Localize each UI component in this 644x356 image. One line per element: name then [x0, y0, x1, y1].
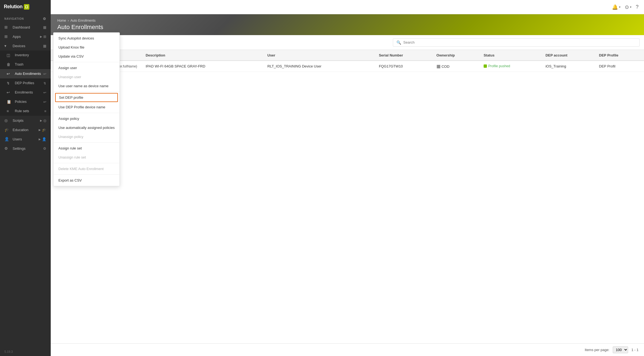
user-circle-icon: ⊙: [625, 4, 629, 10]
sidebar-item-policies[interactable]: 📋 Policies ↩: [0, 97, 51, 106]
search-input[interactable]: [403, 40, 636, 44]
logo-text: Relution: [4, 4, 22, 10]
menu-item-unassign-user: Unassign user: [53, 72, 120, 81]
table-footer: Items per page: 100 50 25 1 - 1: [51, 343, 644, 356]
menu-item-sync-autopilot[interactable]: Sync Autopilot devices: [53, 34, 120, 43]
users-icon: 👤: [4, 137, 10, 141]
bell-icon: 🔔: [612, 4, 618, 10]
breadcrumb: Home › Auto Enrollments: [57, 19, 637, 22]
menu-item-assign-policy[interactable]: Assign policy: [53, 114, 120, 123]
inventory-icon: ◫: [7, 53, 13, 57]
menu-item-upload-knox[interactable]: Upload Knox file: [53, 43, 120, 52]
sidebar-item-rule-sets[interactable]: ≡ Rule sets ≡: [0, 106, 51, 116]
apps-icon: ⊞: [4, 34, 10, 39]
status-text: Profile pushed: [488, 64, 510, 68]
users-right-icon: 👤: [42, 137, 46, 141]
rule-sets-right-icon: ≡: [44, 109, 46, 113]
logo-icon: [24, 4, 29, 10]
divider-5: [53, 163, 120, 163]
sidebar-item-label: Auto Enrollments: [15, 72, 43, 76]
education-arrow-icon: ▶: [39, 128, 41, 131]
sidebar-item-trash[interactable]: 🗑 Trash: [0, 60, 51, 69]
enrollments-table: Name Description User Serial Number Owne…: [51, 50, 644, 72]
menu-item-assign-rule-set[interactable]: Assign rule set: [53, 144, 120, 153]
sidebar-item-label: Inventory: [15, 53, 46, 57]
breadcrumb-home[interactable]: Home: [57, 19, 66, 22]
menu-item-assign-user[interactable]: Assign user: [53, 63, 120, 72]
sidebar: Relution NAVIGATION ⚙ ⊞ Dashboard ▦ ⊞ Ap…: [0, 0, 51, 356]
menu-item-use-dep-profile-name[interactable]: Use DEP Profile device name: [53, 103, 120, 112]
scripts-arrow-icon: ▶: [40, 119, 42, 122]
content-area: ↺ Sync DEP devices ⋮ 🔍 Name Description: [51, 35, 644, 356]
main-content: 🔔 ▾ ⊙ ▾ ? Home › Auto Enrollments Auto E…: [51, 0, 644, 356]
enrollments-icon: ↩: [7, 90, 13, 95]
sidebar-item-dashboard[interactable]: ⊞ Dashboard ▦: [0, 22, 51, 32]
sidebar-item-users[interactable]: 👤 Users ▶ 👤: [0, 134, 51, 144]
bell-chevron: ▾: [619, 5, 620, 9]
dep-profiles-icon: ↯: [7, 81, 13, 85]
help-button[interactable]: ?: [636, 4, 639, 10]
context-dropdown-menu: Sync Autopilot devices Upload Knox file …: [53, 32, 120, 186]
sidebar-item-devices[interactable]: ▾ Devices ▦: [0, 41, 51, 50]
page-title: Auto Enrollments: [57, 24, 637, 31]
sidebar-item-label: Education: [13, 128, 39, 132]
col-status: Status: [480, 50, 542, 61]
cell-ownership: ▦ COD: [433, 61, 480, 72]
dashboard-icon: ⊞: [4, 25, 10, 29]
sidebar-item-label: Dashboard: [13, 25, 43, 29]
devices-sub-menu: ◫ Inventory 🗑 Trash ↩ Auto Enrollments ↩…: [0, 50, 51, 116]
ownership-icon: ▦: [436, 64, 441, 69]
menu-item-unassign-rule-set: Unassign rule set: [53, 153, 120, 162]
pagination-info: 1 - 1: [631, 348, 639, 352]
users-arrow-icon: ▶: [39, 138, 41, 141]
sidebar-item-auto-enrollments[interactable]: ↩ Auto Enrollments ↩: [0, 69, 51, 78]
page-header: Home › Auto Enrollments Auto Enrollments: [51, 14, 644, 35]
sidebar-item-scripts[interactable]: ◎ Scripts ▶ ◎: [0, 116, 51, 125]
sidebar-item-label: Rule sets: [15, 109, 44, 113]
breadcrumb-current: Auto Enrollments: [70, 19, 95, 22]
divider-3: [53, 113, 120, 113]
divider-6: [53, 174, 120, 175]
devices-right-icon: ▦: [43, 44, 46, 48]
sidebar-item-label: Trash: [15, 63, 46, 66]
menu-item-export-csv[interactable]: Export as CSV: [53, 176, 120, 185]
cell-serial: FQG17GTW10: [375, 61, 433, 72]
notifications-button[interactable]: 🔔 ▾: [612, 4, 620, 10]
nav-label: NAVIGATION ⚙: [0, 13, 51, 22]
topbar: 🔔 ▾ ⊙ ▾ ?: [51, 0, 644, 14]
sidebar-item-label: Settings: [13, 146, 43, 151]
sidebar-item-apps[interactable]: ⊞ Apps ▶ ⊞: [0, 32, 51, 41]
search-icon: 🔍: [396, 40, 401, 45]
menu-item-set-dep-profile[interactable]: Set DEP profile: [55, 93, 118, 102]
nav-settings-icon[interactable]: ⚙: [43, 17, 46, 21]
sidebar-item-label: Devices: [13, 44, 43, 48]
cell-dep-profile: DEP Profil: [595, 61, 644, 72]
enrollments-right-icon: ↩: [43, 91, 46, 95]
cell-dep-account: iOS_Training: [542, 61, 595, 72]
status-badge: Profile pushed: [484, 64, 510, 68]
cell-status: Profile pushed: [480, 61, 542, 72]
table-wrapper: Name Description User Serial Number Owne…: [51, 50, 644, 343]
policies-icon: 📋: [7, 100, 13, 104]
apps-right-icon: ⊞: [43, 35, 46, 39]
sidebar-item-inventory[interactable]: ◫ Inventory: [0, 50, 51, 60]
dep-profiles-right-icon: ↯: [43, 81, 46, 85]
user-menu-button[interactable]: ⊙ ▾: [625, 4, 631, 10]
sidebar-item-education[interactable]: 🎓 Education ▶ 🎓: [0, 125, 51, 134]
menu-item-update-csv[interactable]: Update via CSV: [53, 52, 120, 61]
sidebar-item-label: Policies: [15, 100, 43, 104]
devices-icon: ▾: [4, 44, 10, 48]
divider-2: [53, 92, 120, 92]
sidebar-item-label: Scripts: [13, 118, 40, 123]
col-dep-profile: DEP Profile: [595, 50, 644, 61]
dashboard-right-icon: ▦: [43, 25, 46, 29]
per-page-select[interactable]: 100 50 25: [613, 346, 628, 353]
sidebar-item-dep-profiles[interactable]: ↯ DEP Profiles ↯: [0, 78, 51, 88]
sidebar-item-label: Enrollments: [15, 91, 43, 94]
sidebar-item-settings[interactable]: ⚙ Settings ⚙: [0, 144, 51, 153]
menu-item-use-username[interactable]: Use user name as device name: [53, 81, 120, 91]
apps-arrow-icon: ▶: [40, 35, 42, 38]
menu-item-use-auto-policies[interactable]: Use automatically assigned policies: [53, 123, 120, 132]
scripts-icon: ◎: [4, 118, 10, 123]
sidebar-item-enrollments[interactable]: ↩ Enrollments ↩: [0, 88, 51, 97]
